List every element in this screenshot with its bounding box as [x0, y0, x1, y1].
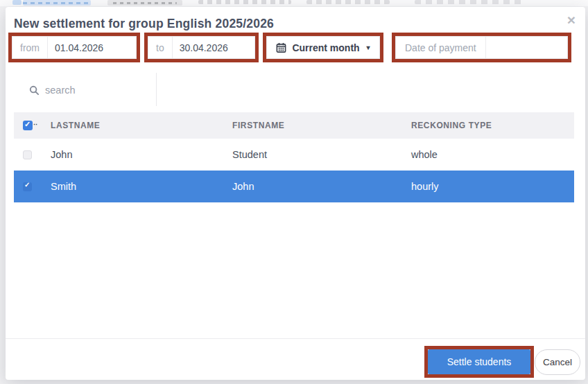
row-checkbox[interactable] [23, 182, 51, 191]
checkbox-checked-icon [23, 121, 33, 130]
new-settlement-modal: New settlement for group English 2025/20… [6, 7, 585, 380]
cell-lastname: Smith [51, 181, 232, 192]
search-input[interactable]: search [14, 76, 153, 104]
cell-firstname: John [232, 181, 411, 192]
close-icon[interactable]: × [564, 13, 579, 28]
checkbox-unchecked-icon [23, 150, 32, 159]
annotation-box-from: from 01.04.2026 [8, 33, 140, 62]
annotation-box-to: to 30.04.2026 [144, 33, 259, 62]
to-label: to [148, 37, 173, 58]
settle-students-button[interactable]: Settle students [428, 349, 530, 374]
to-date-value[interactable]: 30.04.2026 [173, 37, 235, 58]
modal-title: New settlement for group English 2025/20… [14, 17, 274, 31]
background-page-strip [0, 0, 588, 6]
annotation-box-payment-date: Date of payment [392, 33, 571, 62]
background-button-gray [107, 0, 182, 6]
payment-date-placeholder: Date of payment [396, 37, 486, 58]
select-all-indicator: ‥ [33, 119, 37, 126]
calendar-icon [276, 42, 286, 53]
background-text-fragment [415, 0, 526, 4]
from-label: from [12, 37, 48, 58]
from-date-field[interactable]: from 01.04.2026 [12, 36, 137, 59]
footer-divider [6, 338, 585, 339]
annotation-box-period: Current month ▾ [263, 33, 383, 62]
background-text-fragment [198, 0, 291, 4]
students-table: ‥ LASTNAME FIRSTNAME RECKONING TYPE John… [14, 112, 574, 202]
search-icon [29, 85, 40, 96]
table-header-row: ‥ LASTNAME FIRSTNAME RECKONING TYPE [14, 112, 574, 139]
cell-lastname: John [51, 149, 232, 160]
chevron-down-icon: ▾ [367, 44, 370, 51]
header-lastname: LASTNAME [51, 121, 232, 130]
cell-reckoning-type: whole [411, 149, 574, 160]
to-date-field[interactable]: to 30.04.2026 [148, 36, 255, 59]
annotation-box-settle: Settle students [424, 346, 534, 378]
cancel-button[interactable]: Cancel [535, 349, 580, 375]
background-text-fragment [306, 0, 390, 4]
select-all-checkbox[interactable]: ‥ [23, 121, 51, 130]
checkbox-checked-icon [23, 182, 32, 191]
cell-reckoning-type: hourly [411, 181, 574, 192]
background-button-blue [23, 0, 91, 6]
background-chip [12, 0, 21, 5]
from-date-value[interactable]: 01.04.2026 [48, 37, 110, 58]
table-row[interactable]: John Student whole [14, 139, 574, 171]
payment-date-value[interactable] [486, 37, 500, 58]
period-dropdown-button[interactable]: Current month ▾ [266, 36, 380, 59]
search-divider [156, 73, 157, 106]
payment-date-field[interactable]: Date of payment [395, 36, 568, 59]
search-placeholder: search [45, 85, 76, 96]
header-firstname: FIRSTNAME [232, 121, 411, 130]
header-reckoning-type: RECKONING TYPE [411, 121, 574, 130]
cell-firstname: Student [232, 149, 411, 160]
period-dropdown-label: Current month [292, 42, 359, 53]
table-row[interactable]: Smith John hourly [14, 171, 574, 202]
row-checkbox[interactable] [23, 150, 51, 159]
